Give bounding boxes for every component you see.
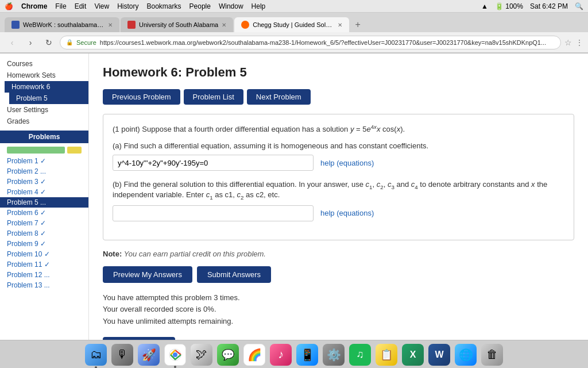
tab-bar: WeBWorK : southalabama-ma... ✕ Universit… <box>0 13 588 32</box>
submit-answers-button[interactable]: Submit Answers <box>197 266 271 283</box>
sidebar-problem-11[interactable]: Problem 11 ✓ <box>0 259 88 270</box>
tab-chegg[interactable]: Chegg Study | Guided Solutio... ✕ <box>234 17 349 32</box>
progress-bar <box>0 144 88 156</box>
dock: 🗂 🎙 🚀 🕊 💬 🌈 ♪ 📱 ⚙️ ♫ 📋 X W 🌐 🗑 <box>0 340 588 368</box>
dock-safari[interactable]: 🌐 <box>455 344 477 366</box>
navigation-buttons: Previous Problem Problem List Next Probl… <box>103 89 574 105</box>
sidebar-problem-4[interactable]: Problem 4 ✓ <box>0 187 88 197</box>
main-content: Homework 6: Problem 5 Previous Problem P… <box>89 53 588 340</box>
browser-chrome: WeBWorK : southalabama-ma... ✕ Universit… <box>0 13 588 53</box>
previous-problem-button[interactable]: Previous Problem <box>103 89 180 105</box>
dock-settings[interactable]: ⚙️ <box>323 344 345 366</box>
sidebar-problem-13[interactable]: Problem 13 ... <box>0 280 88 290</box>
sidebar-problem-2[interactable]: Problem 2 ... <box>0 166 88 177</box>
extensions-icon[interactable]: ⋮ <box>575 38 583 47</box>
menu-people[interactable]: People <box>189 2 211 10</box>
url-text: https://courses1.webwork.maa.org/webwork… <box>100 39 555 46</box>
tab-usa-close[interactable]: ✕ <box>222 22 226 28</box>
next-problem-button[interactable]: Next Problem <box>247 89 311 105</box>
problem-statement: (1 point) Suppose that a fourth order di… <box>113 124 564 133</box>
menu-window[interactable]: Window <box>219 2 243 10</box>
sidebar-problem5[interactable]: Problem 5 <box>9 93 88 104</box>
email-instructor-button[interactable]: Email instructor <box>103 337 175 340</box>
sidebar-courses[interactable]: Courses <box>0 58 88 70</box>
address-bar[interactable]: 🔒 Secure https://courses1.webwork.maa.or… <box>60 36 561 49</box>
part-a-label: (a) Find such a differential equation, a… <box>113 141 564 150</box>
problem-list-button[interactable]: Problem List <box>184 89 243 105</box>
preview-answers-button[interactable]: Preview My Answers <box>103 266 192 283</box>
sidebar-user-settings[interactable]: User Settings <box>0 104 88 116</box>
action-buttons: Preview My Answers Submit Answers <box>103 266 574 283</box>
tab-webwork[interactable]: WeBWorK : southalabama-ma... ✕ <box>5 17 119 32</box>
sidebar-problem-1[interactable]: Problem 1 ✓ <box>0 156 88 166</box>
secure-icon: 🔒 <box>66 39 73 45</box>
refresh-button[interactable]: ↻ <box>41 35 56 50</box>
nav-actions: ☆ ⋮ <box>564 38 583 47</box>
attempt-info: You have attempted this problem 3 times.… <box>103 292 574 328</box>
dock-excel[interactable]: X <box>402 344 424 366</box>
part-a-input[interactable] <box>113 155 314 171</box>
apple-menu[interactable]: 🍎 <box>5 2 13 10</box>
tab-usa[interactable]: University of South Alabama ✕ <box>121 17 233 32</box>
menu-file[interactable]: File <box>55 2 66 10</box>
tab-chegg-icon <box>241 21 249 29</box>
dock-music[interactable]: ♪ <box>270 344 292 366</box>
sidebar-homework-sets[interactable]: Homework Sets <box>0 70 88 81</box>
tab-chegg-label: Chegg Study | Guided Solutio... <box>253 21 334 28</box>
progress-green <box>7 147 65 154</box>
dock-stickies[interactable]: 📋 <box>376 344 397 366</box>
sidebar-problem-12[interactable]: Problem 12 ... <box>0 270 88 280</box>
part-b-input-row: help (equations) <box>113 205 564 221</box>
sidebar: Courses Homework Sets Homework 6 Problem… <box>0 53 89 340</box>
sidebar-problem-5[interactable]: Problem 5 ... <box>0 197 88 208</box>
dock-word[interactable]: W <box>428 344 450 366</box>
tab-webwork-label: WeBWorK : southalabama-ma... <box>23 21 105 28</box>
attempt-line3: You have unlimited attempts remaining. <box>103 316 574 328</box>
part-b-input[interactable] <box>113 205 314 221</box>
tab-usa-icon <box>127 21 136 29</box>
app-name[interactable]: Chrome <box>21 2 47 10</box>
part-a-help[interactable]: help (equations) <box>320 159 374 167</box>
forward-button[interactable]: › <box>23 35 38 50</box>
dock-birdflight[interactable]: 🕊 <box>191 344 212 366</box>
sidebar-problem-3[interactable]: Problem 3 ✓ <box>0 177 88 187</box>
part-a-input-row: help (equations) <box>113 155 564 171</box>
progress-yellow <box>67 147 82 154</box>
dock-messages[interactable]: 💬 <box>217 344 239 366</box>
dock-chrome[interactable] <box>164 344 186 366</box>
sidebar-grades[interactable]: Grades <box>0 116 88 127</box>
dock-trash[interactable]: 🗑 <box>481 344 503 366</box>
menu-help[interactable]: Help <box>252 2 266 10</box>
menu-bookmarks[interactable]: Bookmarks <box>147 2 181 10</box>
sidebar-problem-6[interactable]: Problem 6 ✓ <box>0 208 88 218</box>
menu-history[interactable]: History <box>117 2 138 10</box>
new-tab-button[interactable]: + <box>350 17 365 32</box>
secure-label: Secure <box>76 39 96 46</box>
sidebar-homework6[interactable]: Homework 6 <box>5 81 88 93</box>
nav-bar: ‹ › ↻ 🔒 Secure https://courses1.webwork.… <box>0 32 588 53</box>
tab-webwork-icon <box>11 21 20 29</box>
dock-siri[interactable]: 🎙 <box>111 344 133 366</box>
tab-webwork-close[interactable]: ✕ <box>108 22 113 28</box>
dock-photos[interactable]: 🌈 <box>243 344 265 366</box>
wifi-icon: ▲ <box>481 2 488 10</box>
dock-launchpad[interactable]: 🚀 <box>138 344 160 366</box>
sidebar-problem-9[interactable]: Problem 9 ✓ <box>0 239 88 249</box>
page-title: Homework 6: Problem 5 <box>103 65 574 80</box>
note-text: Note: You can earn partial credit on thi… <box>103 250 574 258</box>
dock-appstore[interactable]: 📱 <box>296 344 318 366</box>
part-b-help[interactable]: help (equations) <box>320 209 374 217</box>
back-button[interactable]: ‹ <box>5 35 20 50</box>
dock-spotify[interactable]: ♫ <box>349 344 371 366</box>
tab-chegg-close[interactable]: ✕ <box>338 22 342 28</box>
sidebar-problem-10[interactable]: Problem 10 ✓ <box>0 249 88 259</box>
mac-menubar: 🍎 Chrome File Edit View History Bookmark… <box>0 0 588 13</box>
sidebar-problem-8[interactable]: Problem 8 ✓ <box>0 228 88 239</box>
bookmark-star[interactable]: ☆ <box>564 38 572 47</box>
dock-finder[interactable]: 🗂 <box>85 344 107 366</box>
sidebar-problem-7[interactable]: Problem 7 ✓ <box>0 218 88 228</box>
menu-view[interactable]: View <box>94 2 109 10</box>
svg-point-1 <box>173 352 177 357</box>
menu-edit[interactable]: Edit <box>75 2 87 10</box>
search-icon[interactable]: 🔍 <box>575 2 583 10</box>
